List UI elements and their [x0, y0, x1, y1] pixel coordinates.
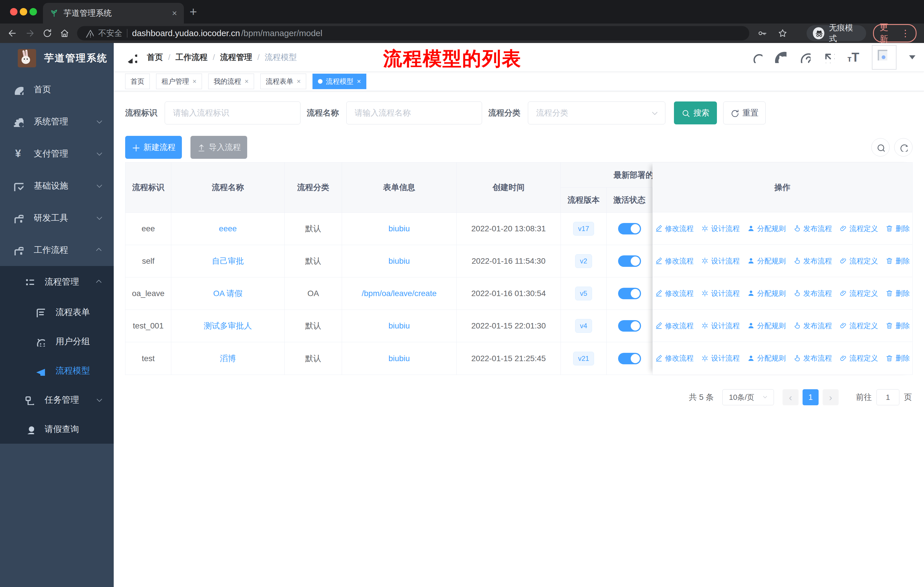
browser-tab[interactable]: 芋道管理系统 ×	[43, 3, 184, 23]
avatar-caret-icon[interactable]	[909, 55, 916, 60]
close-icon[interactable]: ×	[357, 78, 361, 85]
action-link[interactable]: 分配规则	[747, 256, 786, 266]
form-info-link[interactable]: biubiu	[388, 321, 410, 331]
action-link[interactable]: 修改流程	[655, 321, 694, 331]
url-bar[interactable]: 不安全 dashboard.yudao.iocoder.cn /bpm/mana…	[77, 26, 749, 40]
action-link[interactable]: 流程定义	[840, 354, 878, 363]
breadcrumb-workflow[interactable]: 工作流程	[176, 52, 208, 63]
process-name-link[interactable]: eeee	[219, 224, 237, 233]
action-link[interactable]: 修改流程	[655, 289, 694, 298]
action-link[interactable]: 设计流程	[701, 289, 740, 298]
goto-page-input[interactable]	[876, 389, 899, 405]
form-info-link[interactable]: biubiu	[388, 256, 410, 266]
action-link[interactable]: 流程定义	[840, 256, 878, 266]
action-link[interactable]: 删除	[886, 224, 910, 233]
sidebar-item-leave-query[interactable]: 请假查询	[0, 415, 114, 444]
sidebar-item-devtools[interactable]: 研发工具	[0, 202, 114, 234]
sidebar-item-user-group[interactable]: 用户分组	[0, 327, 114, 356]
help-icon[interactable]	[799, 51, 810, 63]
create-process-button[interactable]: 新建流程	[125, 136, 182, 159]
close-icon[interactable]: ×	[244, 78, 249, 85]
action-link[interactable]: 设计流程	[701, 256, 740, 266]
breadcrumb-process-management[interactable]: 流程管理	[220, 52, 252, 63]
action-link[interactable]: 流程定义	[840, 321, 878, 331]
sidebar-item-process-management[interactable]: 流程管理	[0, 266, 114, 298]
tag-my-process[interactable]: 我的流程×	[208, 74, 254, 89]
active-toggle[interactable]	[618, 223, 641, 235]
sidebar-item-workflow[interactable]: 工作流程	[0, 234, 114, 266]
action-link[interactable]: 分配规则	[747, 321, 786, 331]
traffic-light-close[interactable]	[10, 8, 18, 15]
action-link[interactable]: 删除	[886, 289, 910, 298]
active-toggle[interactable]	[618, 288, 641, 299]
filter-name-input[interactable]	[346, 101, 482, 124]
traffic-light-zoom[interactable]	[30, 8, 37, 15]
tag-process-form[interactable]: 流程表单×	[261, 74, 306, 89]
close-icon[interactable]: ×	[193, 78, 196, 85]
tag-home[interactable]: 首页	[125, 74, 150, 89]
reload-icon[interactable]	[42, 28, 53, 38]
breadcrumb-home[interactable]: 首页	[147, 52, 163, 63]
form-info-link[interactable]: biubiu	[388, 354, 410, 363]
action-link[interactable]: 分配规则	[747, 289, 786, 298]
process-name-link[interactable]: 测试多审批人	[204, 321, 252, 331]
home-icon[interactable]	[59, 28, 69, 38]
search-button[interactable]: 搜索	[674, 101, 717, 124]
security-warning-icon[interactable]	[85, 29, 94, 38]
action-link[interactable]: 流程定义	[840, 289, 878, 298]
header-search-icon[interactable]	[751, 51, 762, 63]
action-link[interactable]: 分配规则	[747, 224, 786, 233]
sidebar-item-process-model[interactable]: 流程模型	[0, 356, 114, 385]
active-toggle[interactable]	[618, 353, 641, 364]
forward-icon[interactable]	[25, 28, 35, 38]
action-link[interactable]: 发布流程	[794, 289, 832, 298]
action-link[interactable]: 修改流程	[655, 224, 694, 233]
close-icon[interactable]: ×	[297, 78, 301, 85]
action-link[interactable]: 发布流程	[794, 256, 832, 266]
sidebar-item-process-form[interactable]: 流程表单	[0, 298, 114, 327]
traffic-light-minimize[interactable]	[20, 8, 27, 15]
process-name-link[interactable]: 自己审批	[212, 256, 244, 266]
back-icon[interactable]	[7, 28, 18, 38]
next-page-button[interactable]: ›	[823, 389, 839, 405]
action-link[interactable]: 删除	[886, 256, 910, 266]
active-toggle[interactable]	[618, 320, 641, 332]
refresh-table-button[interactable]	[894, 138, 912, 157]
action-link[interactable]: 修改流程	[655, 354, 694, 363]
action-link[interactable]: 设计流程	[701, 321, 740, 331]
active-toggle[interactable]	[618, 255, 641, 267]
process-name-link[interactable]: 滔博	[220, 353, 236, 364]
fullscreen-icon[interactable]	[823, 51, 835, 63]
sidebar-item-infra[interactable]: 基础设施	[0, 170, 114, 202]
user-avatar[interactable]	[872, 45, 896, 69]
browser-update-menu[interactable]: 更新 ⋮	[873, 24, 917, 42]
filter-key-input[interactable]	[165, 101, 300, 124]
tag-tenant[interactable]: 租户管理×	[156, 74, 202, 89]
action-link[interactable]: 设计流程	[701, 224, 740, 233]
sidebar-item-pay[interactable]: ¥ 支付管理	[0, 137, 114, 170]
import-process-button[interactable]: 导入流程	[190, 136, 247, 159]
action-link[interactable]: 分配规则	[747, 354, 786, 363]
action-link[interactable]: 流程定义	[840, 224, 878, 233]
sidebar-collapse-icon[interactable]	[125, 51, 137, 63]
page-size-select[interactable]: 10条/页	[723, 389, 774, 405]
sidebar-item-system[interactable]: 系统管理	[0, 106, 114, 137]
form-info-link[interactable]: biubiu	[388, 224, 410, 233]
github-icon[interactable]	[775, 51, 787, 63]
prev-page-button[interactable]: ‹	[782, 389, 799, 405]
action-link[interactable]: 发布流程	[794, 354, 832, 363]
action-link[interactable]: 发布流程	[794, 224, 832, 233]
form-info-link[interactable]: /bpm/oa/leave/create	[362, 289, 437, 298]
filter-category-select[interactable]: 流程分类	[528, 101, 665, 124]
key-icon[interactable]	[757, 28, 767, 38]
process-name-link[interactable]: OA 请假	[213, 288, 243, 299]
bookmark-star-icon[interactable]	[778, 28, 788, 38]
action-link[interactable]: 删除	[886, 321, 910, 331]
action-link[interactable]: 修改流程	[655, 256, 694, 266]
font-size-icon[interactable]: тT	[847, 50, 859, 64]
action-link[interactable]: 设计流程	[701, 354, 740, 363]
tab-close-icon[interactable]: ×	[172, 9, 177, 18]
sidebar-item-home[interactable]: 首页	[0, 73, 114, 106]
current-page-button[interactable]: 1	[803, 389, 818, 405]
toggle-search-button[interactable]	[871, 138, 889, 157]
